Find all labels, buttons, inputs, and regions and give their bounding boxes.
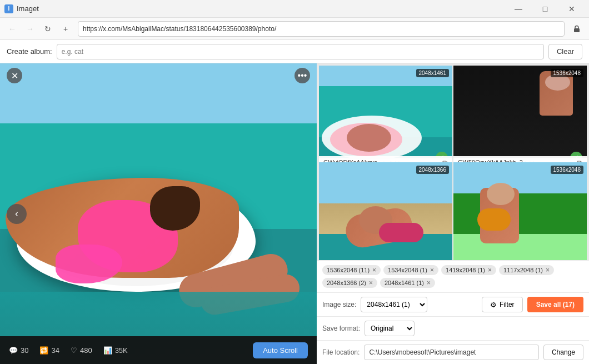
new-tab-button[interactable]: +: [58, 21, 73, 37]
image-size-label: Image size:: [322, 301, 356, 308]
file-location-input[interactable]: [364, 345, 539, 360]
viewer-close-button[interactable]: ✕: [7, 68, 22, 83]
tag-label: 1536x2048 (11): [327, 267, 370, 273]
image-size-select[interactable]: 2048x1461 (1): [361, 297, 427, 312]
likes-stat: ♡ 480: [71, 346, 92, 355]
save-format-select[interactable]: Original: [365, 321, 415, 336]
controls-row: Image size: 2048x1461 (1) ⚙ Filter Save …: [317, 292, 589, 316]
address-bar[interactable]: [78, 21, 565, 37]
change-location-button[interactable]: Change: [543, 345, 583, 360]
save-all-button[interactable]: Save all (17): [527, 297, 583, 312]
clear-button[interactable]: Clear: [548, 44, 582, 59]
tag-label: 1419x2048 (1): [446, 267, 485, 273]
filter-button[interactable]: ⚙ Filter: [482, 297, 523, 312]
tag-label: 1534x2048 (1): [388, 267, 427, 273]
minimize-button[interactable]: —: [506, 0, 531, 18]
tag-label: 2048x1461 (1): [385, 280, 424, 286]
close-button[interactable]: ✕: [559, 0, 585, 18]
svg-rect-0: [574, 28, 580, 32]
viewer-more-button[interactable]: •••: [294, 68, 310, 83]
image-dimensions: 1536x2048: [551, 69, 584, 77]
maximize-button[interactable]: □: [532, 0, 558, 18]
tag-label: 2048x1366 (2): [327, 280, 366, 286]
album-input[interactable]: [57, 44, 544, 59]
tag-remove-2[interactable]: ×: [488, 266, 492, 274]
filter-button-label: Filter: [500, 301, 515, 308]
file-location-row: File location: Change: [317, 340, 589, 364]
retweet-count: 34: [51, 346, 59, 355]
refresh-button[interactable]: ↻: [40, 21, 56, 37]
app-logo: I: [4, 4, 13, 13]
titlebar-left: I Imaget: [4, 4, 39, 13]
window-controls: — □ ✕: [506, 0, 585, 18]
forward-button[interactable]: →: [22, 21, 38, 37]
views-icon: 📊: [103, 346, 112, 355]
comment-icon: 💬: [9, 346, 18, 355]
tag-remove-1[interactable]: ×: [430, 266, 434, 274]
image-dimensions: 2048x1461: [416, 69, 450, 77]
main-content: ✕ •••: [0, 63, 589, 364]
tag-0: 1536x2048 (11) ×: [322, 265, 381, 275]
create-album-label: Create album:: [7, 47, 52, 56]
tag-remove-4[interactable]: ×: [369, 279, 373, 287]
tag-remove-5[interactable]: ×: [427, 279, 431, 287]
viewer-bottom-bar: 💬 30 🔁 34 ♡ 480 📊 35K Auto Scroll: [0, 336, 317, 364]
viewer-topbar: ✕ •••: [0, 63, 317, 88]
main-image: [0, 63, 317, 364]
back-button[interactable]: ←: [4, 21, 20, 37]
lock-button[interactable]: [569, 21, 585, 37]
image-dimensions: 2048x1366: [416, 166, 450, 174]
views-count: 35K: [115, 346, 128, 355]
tag-remove-0[interactable]: ×: [372, 266, 376, 274]
image-viewer: ✕ •••: [0, 63, 317, 364]
grid-item[interactable]: 2048x1461 ✓ GWviQDfXsAAkqxa ✏ Show in fo…: [319, 66, 452, 168]
retweets-stat: 🔁 34: [39, 346, 59, 355]
views-stat: 📊 35K: [103, 346, 128, 355]
right-panel: 2048x1461 ✓ GWviQDfXsAAkqxa ✏ Show in fo…: [317, 63, 589, 364]
save-format-row: Save format: Original: [317, 316, 589, 340]
app-title: Imaget: [17, 4, 39, 13]
filter-tags: 1536x2048 (11) × 1534x2048 (1) × 1419x20…: [317, 260, 589, 292]
image-grid: 2048x1461 ✓ GWviQDfXsAAkqxa ✏ Show in fo…: [317, 63, 589, 260]
tag-3: 1117x2048 (1) ×: [499, 265, 554, 275]
navbar: ← → ↻ +: [0, 18, 589, 40]
tag-5: 2048x1461 (1) ×: [380, 278, 435, 288]
comments-stat: 💬 30: [9, 346, 28, 355]
grid-item[interactable]: 1536x2048: [453, 162, 587, 260]
retweet-icon: 🔁: [39, 346, 48, 355]
viewer-prev-button[interactable]: ‹: [7, 204, 27, 224]
filter-icon: ⚙: [490, 301, 497, 309]
save-format-label: Save format:: [322, 325, 360, 332]
album-bar: Create album: Clear: [0, 40, 589, 63]
likes-count: 480: [80, 346, 92, 355]
tag-label: 1117x2048 (1): [503, 267, 543, 273]
titlebar: I Imaget — □ ✕: [0, 0, 589, 18]
image-dimensions: 1536x2048: [551, 166, 584, 174]
tag-4: 2048x1366 (2) ×: [322, 278, 377, 288]
auto-scroll-button[interactable]: Auto Scroll: [253, 342, 308, 358]
comment-count: 30: [21, 346, 28, 355]
heart-icon: ♡: [71, 346, 77, 355]
file-location-label: File location:: [322, 348, 360, 356]
tag-remove-3[interactable]: ×: [546, 266, 550, 274]
grid-item[interactable]: 1536x2048 ✓ GW59OgwXkAAJnkh_2 ✏ Show in …: [453, 66, 587, 168]
tag-2: 1419x2048 (1) ×: [441, 265, 496, 275]
viewer-stats: 💬 30 🔁 34 ♡ 480 📊 35K: [9, 346, 128, 355]
tag-1: 1534x2048 (1) ×: [383, 265, 438, 275]
grid-item[interactable]: 2048x1366: [319, 162, 452, 260]
